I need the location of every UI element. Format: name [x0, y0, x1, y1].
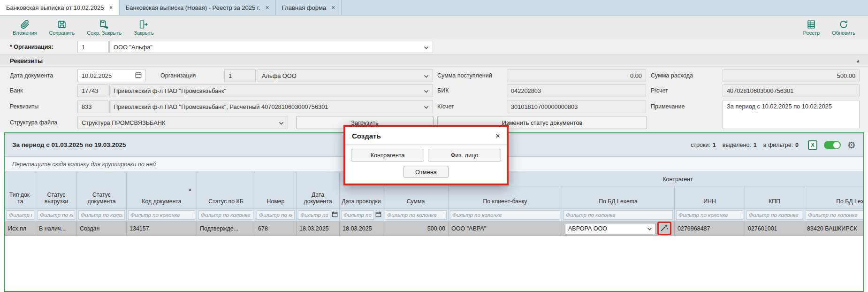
exit-door-icon: [138, 19, 149, 30]
collapse-icon[interactable]: ▲: [856, 58, 860, 63]
column-header-kb-status[interactable]: Статус по КБ: [197, 172, 255, 209]
requisites-section-header[interactable]: Реквизиты ▲: [0, 54, 868, 67]
cell-upload-status[interactable]: В налич...: [36, 222, 77, 236]
filter-input-kpp[interactable]: [746, 210, 802, 220]
filter-input-by-lexema-db-2[interactable]: [806, 210, 863, 220]
column-header-by-lexema-db[interactable]: По БД Lexema: [562, 186, 675, 209]
bank-name-value: Приволжский ф-л ПАО "Промсвязьбанк": [114, 87, 421, 94]
chevron-down-icon: [424, 72, 429, 79]
expense-input[interactable]: 500.00: [723, 69, 860, 82]
calendar-icon[interactable]: [135, 72, 142, 80]
cell-number[interactable]: 678: [255, 222, 297, 236]
filter-input-by-client-bank[interactable]: [450, 210, 560, 220]
note-textarea[interactable]: За период с 10.02.2025 по 10.02.2025: [723, 100, 860, 129]
calendar-icon[interactable]: [375, 211, 381, 219]
registry-button[interactable]: Реестр: [797, 18, 826, 37]
cell-kb-status[interactable]: Подтвержде...: [197, 222, 255, 236]
gear-icon[interactable]: ⚙: [847, 140, 856, 150]
save-icon: [57, 19, 67, 30]
close-icon[interactable]: ×: [109, 4, 113, 11]
cell-doc-status[interactable]: Создан: [77, 222, 127, 236]
excel-export-icon[interactable]: X: [808, 140, 817, 150]
corr-input[interactable]: 30101810700000000803: [507, 100, 646, 113]
column-header-doc-code[interactable]: ▲ Код документа: [127, 172, 197, 209]
filtered-count-value: 0: [795, 142, 799, 148]
bik-input[interactable]: 042202803: [507, 84, 646, 97]
cell-amount[interactable]: 500.00: [383, 222, 449, 236]
magic-wand-icon[interactable]: [660, 223, 669, 233]
create-person-button[interactable]: Физ. лицо: [428, 149, 501, 161]
cell-doc-type[interactable]: Исх.пл: [5, 222, 36, 236]
cell-kpp[interactable]: 027601001: [745, 222, 804, 236]
cell-by-lexema-db[interactable]: АВРОРА ООО: [562, 222, 675, 236]
filter-input-kb-status[interactable]: [198, 210, 253, 220]
filter-input-inn[interactable]: [676, 210, 743, 220]
file-structure-select[interactable]: Структура ПРОМСВЯЗЬБАНК: [77, 116, 288, 129]
attachments-button[interactable]: Вложения: [7, 18, 43, 37]
tab-bank-statement-registry[interactable]: Банковская выписка (Новая) - Реестр за 2…: [120, 0, 276, 15]
account-input[interactable]: 40702810603000756301: [723, 84, 860, 97]
org-field-label: Организация: [160, 69, 196, 82]
tab-label: Главная форма: [282, 4, 326, 11]
column-header-inn[interactable]: ИНН: [675, 186, 745, 209]
table-row[interactable]: Исх.пл В налич... Создан 134157 Подтверж…: [5, 222, 864, 236]
save-button[interactable]: Сохранить: [43, 18, 81, 37]
tab-main-form[interactable]: Главная форма ×: [276, 0, 342, 15]
bank-code-input[interactable]: 17743: [77, 84, 108, 97]
income-input[interactable]: 0.00: [507, 69, 646, 82]
column-header-upload-status[interactable]: Статус выгрузки: [36, 172, 77, 209]
filter-input-posting-date[interactable]: [341, 210, 374, 220]
organization-code-input[interactable]: 1: [77, 41, 109, 53]
cancel-button[interactable]: Отмена: [404, 166, 449, 178]
sort-asc-icon[interactable]: ▲: [188, 187, 192, 192]
close-icon[interactable]: ×: [495, 132, 500, 140]
doc-date-input[interactable]: 10.02.2025: [77, 69, 146, 82]
filter-input-amount[interactable]: [385, 210, 447, 220]
filter-input-upload-status[interactable]: [38, 210, 75, 220]
refresh-button[interactable]: Обновить: [826, 18, 861, 37]
corr-value: 30101810700000000803: [511, 103, 642, 110]
column-header-doc-date[interactable]: Дата документа: [297, 172, 340, 209]
filter-cell: [562, 209, 675, 222]
calendar-icon[interactable]: [332, 211, 338, 219]
chevron-down-icon: [424, 44, 429, 51]
app-window: Банковская выписка от 10.02.2025 × Банко…: [0, 0, 868, 292]
org-name-select[interactable]: Альфа ООО: [258, 69, 433, 82]
column-header-doc-type[interactable]: Тип док-та: [5, 172, 36, 209]
column-header-number[interactable]: Номер: [255, 172, 297, 209]
filter-input-doc-type[interactable]: [7, 210, 34, 220]
contragent-select[interactable]: АВРОРА ООО: [565, 223, 655, 234]
organization-name-value: ООО "Альфа": [114, 44, 421, 51]
bank-select[interactable]: Приволжский ф-л ПАО "Промсвязьбанк": [109, 84, 433, 97]
column-header-doc-status[interactable]: Статус документа: [77, 172, 127, 209]
column-header-by-client-bank[interactable]: По клиент-банку: [449, 186, 562, 209]
filter-input-doc-status[interactable]: [78, 210, 125, 220]
org-code-input[interactable]: 1: [224, 69, 256, 82]
cell-doc-date[interactable]: 18.03.2025: [297, 222, 340, 236]
req-code-input[interactable]: 833: [77, 100, 108, 113]
req-select[interactable]: Приволжский ф-л ПАО "Промсвязьбанк", Рас…: [109, 100, 433, 113]
filter-input-number[interactable]: [257, 210, 295, 220]
organization-row: * Организация: 1 ООО "Альфа": [0, 39, 868, 54]
cell-doc-code[interactable]: 134157: [127, 222, 197, 236]
income-label: Сумма поступлений: [437, 69, 492, 82]
create-contragent-button[interactable]: Контрагента: [351, 149, 424, 161]
organization-select[interactable]: ООО "Альфа": [109, 41, 433, 53]
column-header-kpp[interactable]: КПП: [745, 186, 804, 209]
cell-inn[interactable]: 0276968487: [675, 222, 745, 236]
close-icon[interactable]: ×: [266, 4, 269, 11]
close-icon[interactable]: ×: [331, 4, 335, 11]
toggle-switch[interactable]: [824, 141, 841, 149]
filter-cell: [197, 209, 255, 222]
close-button[interactable]: Закрыть: [128, 18, 160, 37]
filter-input-by-lexema-db[interactable]: [563, 210, 673, 220]
filter-input-doc-code[interactable]: [128, 210, 195, 220]
cell-by-client-bank[interactable]: ООО "АВРА": [449, 222, 562, 236]
filter-input-doc-date[interactable]: [298, 210, 330, 220]
cell-by-lexema-db-2[interactable]: 83420 БАШКИРСК: [804, 222, 864, 236]
requisites-fields: Дата документа 10.02.2025 Организация 1 …: [0, 67, 868, 132]
save-close-button[interactable]: Сохр. Закрыть: [81, 18, 128, 37]
cell-posting-date[interactable]: 18.03.2025: [340, 222, 383, 236]
tab-bank-statement[interactable]: Банковская выписка от 10.02.2025 ×: [0, 0, 120, 15]
column-header-by-lexema-db-2[interactable]: По БД Lexema: [804, 186, 864, 209]
